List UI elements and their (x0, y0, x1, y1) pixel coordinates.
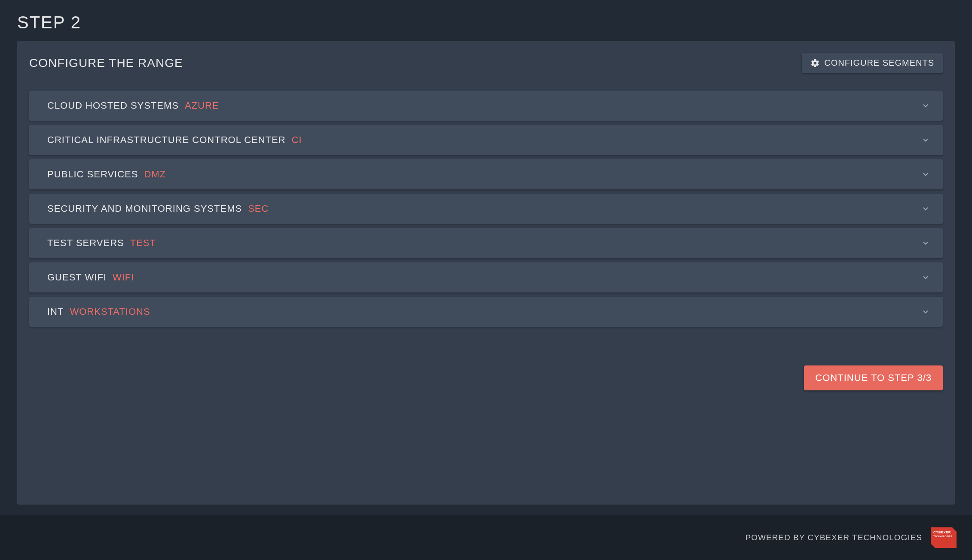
segment-row[interactable]: CRITICAL INFRASTRUCTURE CONTROL CENTER C… (29, 125, 943, 155)
segment-text: PUBLIC SERVICES DMZ (47, 169, 166, 180)
segment-row[interactable]: TEST SERVERS TEST (29, 228, 943, 258)
chevron-down-icon (921, 307, 930, 316)
chevron-down-icon (921, 101, 930, 110)
segment-row[interactable]: CLOUD HOSTED SYSTEMS AZURE (29, 91, 943, 121)
logo-line1: CYBEXER (933, 530, 951, 534)
segment-text: SECURITY AND MONITORING SYSTEMS SEC (47, 203, 269, 214)
segment-label: TEST SERVERS (47, 237, 124, 249)
configure-segments-button[interactable]: CONFIGURE SEGMENTS (802, 53, 943, 73)
segment-tag: WORKSTATIONS (70, 306, 150, 317)
segment-label: CLOUD HOSTED SYSTEMS (47, 100, 179, 111)
continue-button[interactable]: CONTINUE TO STEP 3/3 (804, 365, 943, 390)
chevron-down-icon (921, 204, 930, 213)
panel-header: CONFIGURE THE RANGE CONFIGURE SEGMENTS (29, 53, 943, 81)
panel-footer: CONTINUE TO STEP 3/3 (29, 365, 943, 390)
segment-label: INT (47, 306, 64, 317)
segment-tag: DMZ (144, 169, 166, 180)
segment-row[interactable]: GUEST WIFI WIFI (29, 262, 943, 292)
segment-row[interactable]: PUBLIC SERVICES DMZ (29, 159, 943, 189)
segment-label: CRITICAL INFRASTRUCTURE CONTROL CENTER (47, 134, 286, 146)
segment-label: SECURITY AND MONITORING SYSTEMS (47, 203, 242, 214)
configure-panel: CONFIGURE THE RANGE CONFIGURE SEGMENTS C… (17, 41, 955, 505)
segment-row[interactable]: SECURITY AND MONITORING SYSTEMS SEC (29, 194, 943, 224)
segment-text: CLOUD HOSTED SYSTEMS AZURE (47, 100, 219, 111)
chevron-down-icon (921, 273, 930, 282)
segment-text: TEST SERVERS TEST (47, 237, 156, 249)
segment-tag: SEC (248, 203, 269, 214)
footer-text: POWERED BY CYBEXER TECHNOLOGIES (746, 533, 922, 542)
chevron-down-icon (921, 170, 930, 179)
step-header: STEP 2 (0, 0, 972, 41)
step-title: STEP 2 (17, 13, 955, 32)
segment-tag: CI (292, 134, 302, 146)
page-footer: POWERED BY CYBEXER TECHNOLOGIES CYBEXER … (0, 515, 972, 560)
segment-row[interactable]: INT WORKSTATIONS (29, 297, 943, 327)
segment-tag: AZURE (185, 100, 219, 111)
chevron-down-icon (921, 239, 930, 247)
segment-tag: TEST (130, 237, 156, 249)
configure-segments-label: CONFIGURE SEGMENTS (824, 58, 934, 68)
gear-icon (810, 58, 820, 68)
segment-label: PUBLIC SERVICES (47, 169, 138, 180)
segment-list: CLOUD HOSTED SYSTEMS AZURE CRITICAL INFR… (29, 91, 943, 327)
segment-label: GUEST WIFI (47, 272, 107, 283)
segment-text: INT WORKSTATIONS (47, 306, 150, 317)
cybexer-logo: CYBEXER TECHNOLOGIES (931, 527, 957, 548)
chevron-down-icon (921, 136, 930, 144)
segment-tag: WIFI (113, 272, 134, 283)
panel-title: CONFIGURE THE RANGE (29, 56, 183, 70)
segment-text: CRITICAL INFRASTRUCTURE CONTROL CENTER C… (47, 134, 302, 146)
logo-text: CYBEXER TECHNOLOGIES (933, 531, 952, 539)
segment-text: GUEST WIFI WIFI (47, 272, 134, 283)
logo-line2: TECHNOLOGIES (933, 535, 952, 538)
